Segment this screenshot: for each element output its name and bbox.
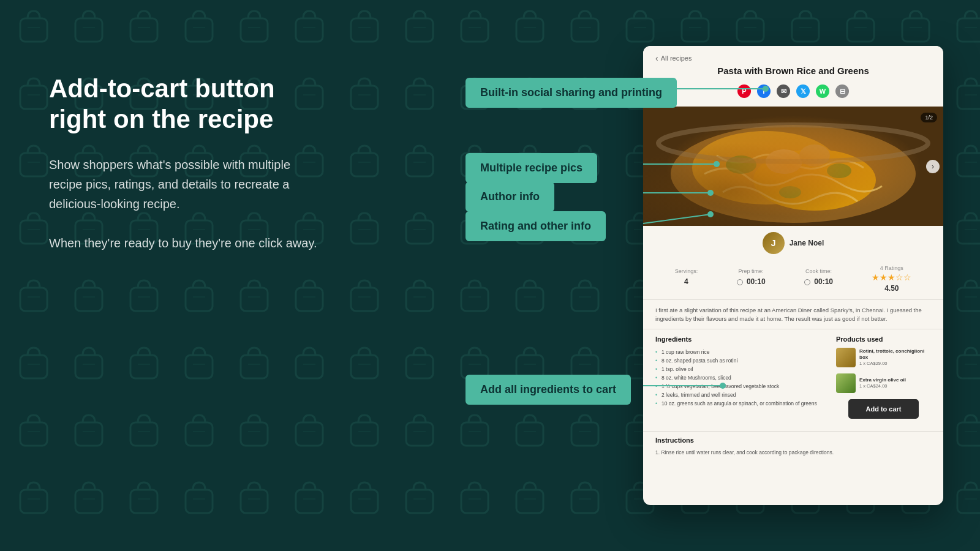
cook-time-stat: Cook time: 00:10 <box>804 268 833 287</box>
email-icon[interactable]: ✉ <box>777 84 790 98</box>
background-bag-icon <box>343 276 386 318</box>
clock-icon <box>737 279 743 285</box>
background-bag-icon <box>398 141 441 184</box>
svg-point-307 <box>658 125 928 162</box>
ingredients-title: Ingredients <box>655 335 824 343</box>
author-section: J Jane Noel <box>643 226 943 258</box>
prep-label: Prep time: <box>737 268 766 274</box>
svg-rect-266 <box>406 490 433 513</box>
svg-rect-228 <box>351 422 378 446</box>
svg-rect-14 <box>406 18 433 42</box>
background-bag-icon <box>233 6 276 49</box>
svg-rect-184 <box>130 355 157 378</box>
background-bag-icon <box>233 478 276 520</box>
svg-rect-0 <box>20 18 47 42</box>
background-bag-icon <box>288 478 331 520</box>
print-icon[interactable]: ⊟ <box>835 84 849 98</box>
svg-rect-222 <box>186 422 213 446</box>
svg-rect-30 <box>847 18 874 42</box>
svg-point-304 <box>779 186 801 198</box>
svg-rect-192 <box>351 355 378 378</box>
product-price: 1 x CA$29.00 <box>859 361 931 366</box>
background-bag-icon <box>67 410 110 453</box>
background-bag-icon <box>343 410 386 453</box>
svg-rect-24 <box>682 18 709 42</box>
svg-rect-256 <box>130 490 157 513</box>
svg-rect-28 <box>792 18 819 42</box>
rating-stat: 4 Ratings ★★★☆☆ 4.50 <box>872 261 911 293</box>
background-bag-icon <box>233 343 276 386</box>
product-thumbnail <box>836 348 856 367</box>
svg-rect-84 <box>351 153 378 176</box>
svg-rect-258 <box>186 490 213 513</box>
background-bag-icon <box>178 410 221 453</box>
stats-row: Servings: 4 Prep time: 00:10 Cook time: … <box>643 258 943 300</box>
svg-rect-36 <box>20 86 47 109</box>
background-bag-icon <box>949 141 980 184</box>
svg-rect-156 <box>351 288 378 311</box>
svg-rect-32 <box>902 18 929 42</box>
background-bag-icon <box>949 6 980 49</box>
background-bag-icon <box>398 343 441 386</box>
pinterest-icon[interactable]: P <box>737 84 751 98</box>
svg-point-301 <box>753 149 876 211</box>
servings-value: 4 <box>684 277 688 286</box>
svg-rect-2 <box>75 18 102 42</box>
background-bag-icon <box>343 141 386 184</box>
background-bag-icon <box>508 6 551 49</box>
whatsapp-icon[interactable]: W <box>816 84 829 98</box>
background-bag-icon <box>398 73 441 116</box>
image-next-button[interactable]: › <box>926 160 940 173</box>
product-item: Rotini, trottole, conchiglioni box 1 x C… <box>836 348 931 367</box>
ratings-count: 4 Ratings <box>880 265 903 271</box>
svg-rect-150 <box>186 288 213 311</box>
background-bag-icon <box>674 6 717 49</box>
svg-rect-254 <box>75 490 102 513</box>
list-item: 1 tsp. olive oil <box>655 365 824 373</box>
background-bag-icon <box>949 276 980 318</box>
svg-rect-216 <box>20 422 47 446</box>
svg-point-306 <box>799 144 830 167</box>
facebook-icon[interactable]: f <box>757 84 771 98</box>
svg-rect-146 <box>75 288 102 311</box>
background-bag-icon <box>343 343 386 386</box>
ingredients-list: 1 cup raw brown rice 8 oz. shaped pasta … <box>655 348 824 408</box>
background-bag-icon <box>233 410 276 453</box>
svg-rect-186 <box>186 355 213 378</box>
background-bag-icon <box>398 6 441 49</box>
background-bag-icon <box>398 276 441 318</box>
background-bag-icon <box>949 73 980 116</box>
svg-point-303 <box>827 163 851 178</box>
svg-rect-260 <box>241 490 268 513</box>
star-rating: ★★★☆☆ <box>872 272 911 282</box>
svg-rect-6 <box>186 18 213 42</box>
background-bag-icon <box>343 6 386 49</box>
twitter-icon[interactable]: 𝕏 <box>796 84 810 98</box>
svg-rect-22 <box>627 18 654 42</box>
svg-rect-188 <box>241 355 268 378</box>
background-bag-icon <box>729 6 772 49</box>
background-bag-icon <box>12 276 55 318</box>
svg-rect-158 <box>406 288 433 311</box>
background-bag-icon <box>288 276 331 318</box>
list-item: 1 cup raw brown rice <box>655 348 824 356</box>
background-bag-icon <box>949 410 980 453</box>
cook-clock-icon <box>804 279 810 285</box>
svg-rect-154 <box>296 288 323 311</box>
svg-rect-286 <box>957 490 980 513</box>
back-link[interactable]: All recipes <box>655 53 931 63</box>
food-image <box>643 107 943 226</box>
svg-rect-48 <box>351 86 378 109</box>
background-bag-icon <box>343 478 386 520</box>
svg-rect-50 <box>406 86 433 109</box>
add-to-cart-button[interactable]: Add to cart <box>848 399 919 419</box>
description-paragraph-2: When they're ready to buy they're one cl… <box>49 233 318 253</box>
svg-rect-10 <box>296 18 323 42</box>
background-bag-icon <box>123 410 165 453</box>
list-item: 8 oz. white Mushrooms, sliced <box>655 373 824 382</box>
background-bag-icon <box>178 276 221 318</box>
background-bag-icon <box>894 6 937 49</box>
svg-rect-178 <box>957 288 980 311</box>
description-paragraph-1: Show shoppers what's possible with multi… <box>49 155 318 214</box>
background-bag-icon <box>343 208 386 251</box>
